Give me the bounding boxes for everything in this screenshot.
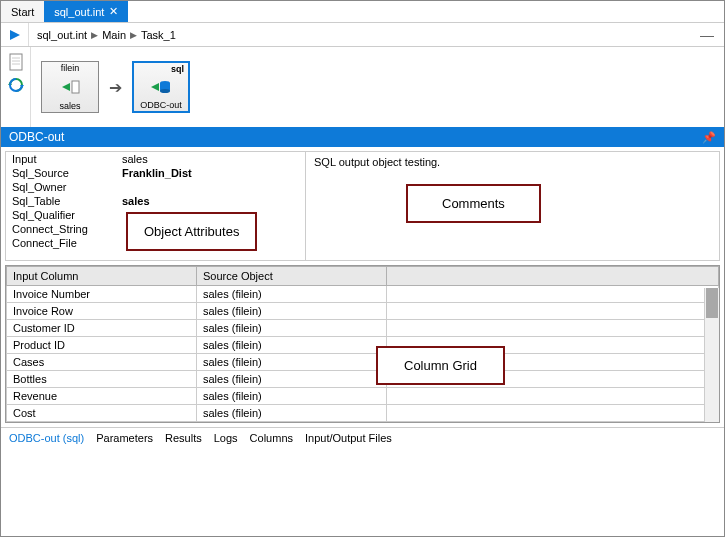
tab-sql-out[interactable]: sql_out.int ✕ xyxy=(44,1,128,22)
breadcrumb-task[interactable]: Task_1 xyxy=(141,29,176,41)
attr-value[interactable]: Franklin_Dist xyxy=(122,167,299,179)
tab-start[interactable]: Start xyxy=(1,1,44,22)
cell-source: sales (filein) xyxy=(197,405,387,422)
left-toolbar xyxy=(1,47,31,127)
cell-input: Bottles xyxy=(7,371,197,388)
btab-results[interactable]: Results xyxy=(165,432,202,444)
breadcrumb-main[interactable]: Main xyxy=(102,29,126,41)
attr-key: Sql_Owner xyxy=(12,181,122,193)
bottom-tabs: ODBC-out (sql) Parameters Results Logs C… xyxy=(1,427,724,448)
cell-source: sales (filein) xyxy=(197,337,387,354)
table-row[interactable]: Product IDsales (filein) xyxy=(7,337,719,354)
cell-input: Cases xyxy=(7,354,197,371)
svg-marker-8 xyxy=(62,83,70,91)
attributes-table[interactable]: Inputsales Sql_SourceFranklin_Dist Sql_O… xyxy=(6,152,306,260)
panel-title-bar: ODBC-out 📌 xyxy=(1,127,724,147)
grid-header-blank xyxy=(387,267,719,286)
column-grid-wrap: Input Column Source Object Invoice Numbe… xyxy=(5,265,720,423)
node-sql[interactable]: sql ODBC-out xyxy=(132,61,190,113)
cell-input: Invoice Row xyxy=(7,303,197,320)
attr-value[interactable]: sales xyxy=(122,195,299,207)
attr-key: Connect_String xyxy=(12,223,122,235)
callout-attributes: Object Attributes xyxy=(126,212,257,251)
table-row[interactable]: Bottlessales (filein) xyxy=(7,371,719,388)
flow-arrow-icon: ➔ xyxy=(109,78,122,97)
comments-area[interactable]: SQL output object testing. Comments xyxy=(306,152,719,260)
attr-key: Input xyxy=(12,153,122,165)
node-name-label: sales xyxy=(42,100,98,112)
refresh-icon[interactable] xyxy=(8,77,24,93)
svg-marker-0 xyxy=(10,30,20,40)
close-icon[interactable]: ✕ xyxy=(109,5,118,18)
callout-comments: Comments xyxy=(406,184,541,223)
node-name-label: ODBC-out xyxy=(134,99,188,111)
cell-input: Invoice Number xyxy=(7,286,197,303)
svg-point-11 xyxy=(160,89,170,93)
panel-title: ODBC-out xyxy=(9,130,64,144)
cell-input: Customer ID xyxy=(7,320,197,337)
comments-text: SQL output object testing. xyxy=(314,156,440,168)
attr-key: Sql_Table xyxy=(12,195,122,207)
grid-header-source[interactable]: Source Object xyxy=(197,267,387,286)
breadcrumb-file[interactable]: sql_out.int xyxy=(37,29,87,41)
breadcrumb: sql_out.int ▶ Main ▶ Task_1 xyxy=(29,29,184,41)
arrow-in-icon xyxy=(60,74,80,100)
svg-rect-1 xyxy=(10,54,22,70)
run-icon[interactable] xyxy=(1,23,29,46)
scrollbar-thumb[interactable] xyxy=(706,288,718,318)
callout-grid: Column Grid xyxy=(376,346,505,385)
tab-label: sql_out.int xyxy=(54,6,104,18)
cell-source: sales (filein) xyxy=(197,286,387,303)
table-row[interactable]: Revenuesales (filein) xyxy=(7,388,719,405)
table-row[interactable]: Casessales (filein) xyxy=(7,354,719,371)
node-type-label: filein xyxy=(59,62,82,74)
attr-key: Sql_Source xyxy=(12,167,122,179)
table-row[interactable]: Invoice Rowsales (filein) xyxy=(7,303,719,320)
cell-source: sales (filein) xyxy=(197,320,387,337)
cell-input: Product ID xyxy=(7,337,197,354)
minimize-icon[interactable]: — xyxy=(690,27,724,43)
btab-columns[interactable]: Columns xyxy=(250,432,293,444)
canvas-row: filein sales ➔ sql ODBC-out xyxy=(1,47,724,127)
attr-value[interactable] xyxy=(122,181,299,193)
table-row[interactable]: Invoice Numbersales (filein) xyxy=(7,286,719,303)
cell-source: sales (filein) xyxy=(197,354,387,371)
grid-scrollbar[interactable] xyxy=(704,288,719,422)
btab-odbc[interactable]: ODBC-out (sql) xyxy=(9,432,84,444)
cell-input: Cost xyxy=(7,405,197,422)
btab-io-files[interactable]: Input/Output Files xyxy=(305,432,392,444)
svg-marker-12 xyxy=(151,83,159,91)
node-type-label: sql xyxy=(169,63,188,75)
attr-key: Connect_File xyxy=(12,237,122,249)
document-icon[interactable] xyxy=(8,53,24,71)
column-grid[interactable]: Input Column Source Object Invoice Numbe… xyxy=(6,266,719,422)
cell-source: sales (filein) xyxy=(197,371,387,388)
file-tabs: Start sql_out.int ✕ xyxy=(1,1,724,23)
breadcrumb-bar: sql_out.int ▶ Main ▶ Task_1 — xyxy=(1,23,724,47)
pin-icon[interactable]: 📌 xyxy=(702,131,716,144)
attr-key: Sql_Qualifier xyxy=(12,209,122,221)
attr-value[interactable]: sales xyxy=(122,153,299,165)
cell-source: sales (filein) xyxy=(197,303,387,320)
table-row[interactable]: Customer IDsales (filein) xyxy=(7,320,719,337)
chevron-right-icon: ▶ xyxy=(130,30,137,40)
node-filein[interactable]: filein sales xyxy=(41,61,99,113)
table-row[interactable]: Costsales (filein) xyxy=(7,405,719,422)
cell-input: Revenue xyxy=(7,388,197,405)
workflow-canvas[interactable]: filein sales ➔ sql ODBC-out xyxy=(31,47,200,127)
grid-header-input[interactable]: Input Column xyxy=(7,267,197,286)
svg-rect-7 xyxy=(72,81,79,93)
chevron-right-icon: ▶ xyxy=(91,30,98,40)
attributes-section: Inputsales Sql_SourceFranklin_Dist Sql_O… xyxy=(5,151,720,261)
cell-source: sales (filein) xyxy=(197,388,387,405)
btab-parameters[interactable]: Parameters xyxy=(96,432,153,444)
database-out-icon xyxy=(151,75,171,99)
btab-logs[interactable]: Logs xyxy=(214,432,238,444)
